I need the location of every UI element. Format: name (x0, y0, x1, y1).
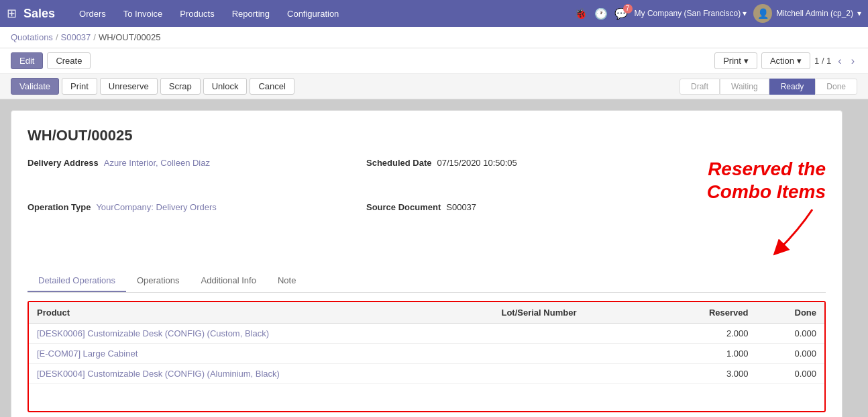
tab-operations[interactable]: Operations (126, 270, 191, 292)
source-document-value: S00037 (446, 202, 476, 212)
operation-type-value[interactable]: YourCompany: Delivery Orders (96, 202, 216, 212)
debug-icon[interactable]: 🐞 (574, 7, 588, 20)
record-title: WH/OUT/00025 (28, 127, 826, 144)
table-row: [DESK0006] Customizable Desk (CONFIG) (C… (29, 324, 824, 344)
user-menu[interactable]: 👤 Mitchell Admin (cp_2) ▾ (753, 4, 861, 23)
row1-reserved: 2.000 (657, 324, 756, 344)
table-row: [DESK0004] Customizable Desk (CONFIG) (A… (29, 364, 824, 384)
status-ready[interactable]: Ready (769, 79, 816, 95)
chat-badge: 7 (623, 4, 633, 13)
source-document-label: Source Document (366, 202, 441, 212)
tab-note[interactable]: Note (267, 270, 307, 292)
tabs: Detailed Operations Operations Additiona… (28, 270, 826, 293)
scheduled-date-value: 07/15/2020 10:50:05 (437, 158, 517, 168)
table-header-row: Product Lot/Serial Number Reserved Done (29, 302, 824, 324)
record-card: WH/OUT/00025 Delivery Address Azure Inte… (11, 110, 843, 417)
clock-icon[interactable]: 🕐 (594, 7, 608, 20)
app-name: Sales (23, 7, 55, 21)
record-fields: Delivery Address Azure Interior, Colleen… (28, 158, 678, 240)
user-avatar: 👤 (753, 4, 772, 23)
company-selector[interactable]: My Company (San Francisco) ▾ (635, 9, 747, 18)
table-empty-row (29, 384, 824, 411)
print-button[interactable]: Print ▾ (714, 52, 757, 69)
row1-done: 0.000 (757, 324, 824, 344)
row3-done: 0.000 (757, 364, 824, 384)
col-lot-serial: Lot/Serial Number (493, 302, 657, 324)
tab-detailed-operations[interactable]: Detailed Operations (28, 270, 126, 292)
topnav-right: 🐞 🕐 💬 7 My Company (San Francisco) ▾ 👤 M… (574, 4, 861, 23)
breadcrumb-quotations[interactable]: Quotations (11, 32, 53, 42)
action-button[interactable]: Action ▾ (761, 52, 810, 69)
delivery-address-label: Delivery Address (28, 158, 99, 168)
action-bar: Edit Create Print ▾ Action ▾ 1 / 1 ‹ › (0, 48, 868, 74)
annotation-text: Reserved the Combo Items (678, 158, 826, 203)
chat-icon[interactable]: 💬 7 (614, 7, 628, 20)
col-done: Done (757, 302, 824, 324)
scrap-button[interactable]: Scrap (160, 78, 201, 95)
scheduled-date-label: Scheduled Date (366, 158, 432, 168)
row2-lot (493, 344, 657, 364)
status-waiting[interactable]: Waiting (720, 79, 769, 95)
status-draft[interactable]: Draft (680, 79, 720, 95)
grid-icon[interactable]: ⊞ (7, 6, 17, 21)
cancel-button[interactable]: Cancel (250, 78, 294, 95)
row2-done: 0.000 (757, 344, 824, 364)
toolbar: Validate Print Unreserve Scrap Unlock Ca… (0, 74, 868, 99)
nav-products[interactable]: Products (172, 6, 222, 21)
row1-product[interactable]: [DESK0006] Customizable Desk (CONFIG) (C… (29, 324, 493, 344)
table-row: [E-COM07] Large Cabinet 1.000 0.000 (29, 344, 824, 364)
operation-type-row: Operation Type YourCompany: Delivery Ord… (28, 202, 339, 241)
delivery-address-row: Delivery Address Azure Interior, Colleen… (28, 158, 339, 197)
tab-additional-info[interactable]: Additional Info (191, 270, 267, 292)
status-done[interactable]: Done (815, 79, 857, 95)
delivery-address-value[interactable]: Azure Interior, Colleen Diaz (104, 158, 210, 168)
operations-table: Product Lot/Serial Number Reserved Done … (29, 302, 824, 411)
status-bar: Draft Waiting Ready Done (680, 79, 857, 95)
col-product: Product (29, 302, 493, 324)
row3-reserved: 3.000 (657, 364, 756, 384)
nav-reporting[interactable]: Reporting (224, 6, 278, 21)
row2-product[interactable]: [E-COM07] Large Cabinet (29, 344, 493, 364)
main-content: WH/OUT/00025 Delivery Address Azure Inte… (0, 99, 868, 417)
source-document-row: Source Document S00037 (366, 202, 678, 241)
annotation-arrow (759, 203, 826, 257)
next-page[interactable]: › (849, 55, 857, 67)
unlock-button[interactable]: Unlock (203, 78, 248, 95)
nav-configuration[interactable]: Configuration (279, 6, 347, 21)
prev-page[interactable]: ‹ (835, 55, 844, 67)
main-nav: Orders To Invoice Products Reporting Con… (71, 6, 572, 21)
scheduled-date-row: Scheduled Date 07/15/2020 10:50:05 (366, 158, 678, 197)
unreserve-button[interactable]: Unreserve (100, 78, 158, 95)
pagination: 1 / 1 ‹ › (814, 55, 857, 67)
operation-type-label: Operation Type (28, 202, 91, 212)
row2-reserved: 1.000 (657, 344, 756, 364)
create-button[interactable]: Create (47, 52, 91, 69)
nav-orders[interactable]: Orders (71, 6, 114, 21)
row3-lot (493, 364, 657, 384)
edit-button[interactable]: Edit (11, 52, 43, 69)
row3-product[interactable]: [DESK0004] Customizable Desk (CONFIG) (A… (29, 364, 493, 384)
row1-lot (493, 324, 657, 344)
print-toolbar-button[interactable]: Print (62, 78, 97, 95)
validate-button[interactable]: Validate (11, 78, 59, 95)
col-reserved: Reserved (657, 302, 756, 324)
nav-to-invoice[interactable]: To Invoice (115, 6, 171, 21)
breadcrumb-s00037[interactable]: S00037 (61, 32, 91, 42)
topnav: ⊞ Sales Orders To Invoice Products Repor… (0, 0, 868, 27)
breadcrumb: Quotations / S00037 / WH/OUT/00025 (0, 27, 868, 48)
breadcrumb-current: WH/OUT/00025 (99, 32, 160, 42)
table-container: Product Lot/Serial Number Reserved Done … (28, 301, 826, 412)
